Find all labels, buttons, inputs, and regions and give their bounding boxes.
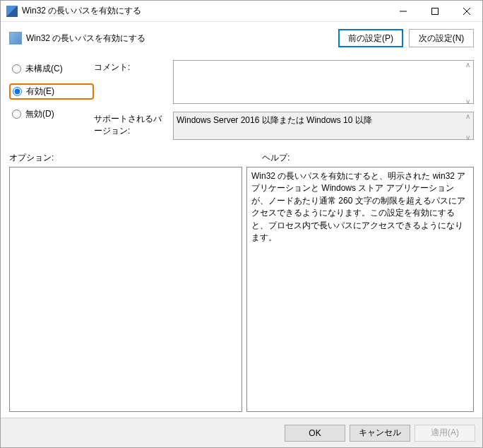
prev-setting-button[interactable]: 前の設定(P) xyxy=(338,29,403,47)
policy-icon xyxy=(9,32,22,45)
window-title: Win32 の長いパスを有効にする xyxy=(22,5,387,17)
options-panel xyxy=(9,167,242,412)
radio-disabled-label: 無効(D) xyxy=(25,108,54,120)
supported-wrap: ∧ ∨ xyxy=(173,112,474,142)
header-left: Win32 の長いパスを有効にする xyxy=(9,29,338,45)
comment-label: コメント: xyxy=(94,60,167,106)
radio-column: 未構成(C) 有効(E) 無効(D) xyxy=(9,60,94,142)
app-icon xyxy=(6,6,18,17)
close-button[interactable] xyxy=(451,1,482,21)
help-panel: Win32 の長いパスを有効にすると、明示された win32 アプリケーションと… xyxy=(246,167,474,412)
radio-disabled[interactable]: 無効(D) xyxy=(9,107,94,122)
nav-buttons: 前の設定(P) 次の設定(N) xyxy=(338,29,474,47)
dialog-window: Win32 の長いパスを有効にする Win32 の長いパスを有効にする 前の設定… xyxy=(0,0,483,448)
comment-input[interactable] xyxy=(173,60,474,104)
ok-button[interactable]: OK xyxy=(285,425,345,442)
header-row: Win32 の長いパスを有効にする 前の設定(P) 次の設定(N) xyxy=(9,29,474,47)
fields-column: コメント: ∧ ∨ サポートされるバージョン: ∧ ∨ xyxy=(94,60,474,142)
content-area: Win32 の長いパスを有効にする 前の設定(P) 次の設定(N) 未構成(C)… xyxy=(1,22,482,418)
radio-enabled[interactable]: 有効(E) xyxy=(9,83,94,100)
supported-row: サポートされるバージョン: ∧ ∨ xyxy=(94,112,474,142)
supported-input xyxy=(173,112,474,140)
radio-not-configured[interactable]: 未構成(C) xyxy=(9,61,94,76)
window-controls xyxy=(387,1,482,21)
panels-row: Win32 の長いパスを有効にすると、明示された win32 アプリケーションと… xyxy=(9,167,474,412)
mid-section: 未構成(C) 有効(E) 無効(D) コメント: ∧ ∨ xyxy=(9,60,474,142)
radio-not-configured-label: 未構成(C) xyxy=(25,63,63,75)
panel-labels: オプション: ヘルプ: xyxy=(9,152,474,164)
policy-title: Win32 の長いパスを有効にする xyxy=(26,33,145,45)
comment-row: コメント: ∧ ∨ xyxy=(94,60,474,106)
supported-label: サポートされるバージョン: xyxy=(94,112,167,142)
apply-button[interactable]: 適用(A) xyxy=(415,425,475,442)
footer: OK キャンセル 適用(A) xyxy=(1,418,482,447)
radio-not-configured-input[interactable] xyxy=(12,64,21,73)
help-label: ヘルプ: xyxy=(262,152,290,164)
cancel-button[interactable]: キャンセル xyxy=(350,425,410,442)
radio-enabled-input[interactable] xyxy=(13,87,22,96)
minimize-button[interactable] xyxy=(387,1,419,21)
maximize-button[interactable] xyxy=(419,1,451,21)
next-setting-button[interactable]: 次の設定(N) xyxy=(409,29,474,47)
radio-disabled-input[interactable] xyxy=(12,110,21,119)
svg-rect-1 xyxy=(431,8,438,14)
radio-enabled-label: 有効(E) xyxy=(26,86,54,98)
options-label: オプション: xyxy=(9,152,262,164)
titlebar: Win32 の長いパスを有効にする xyxy=(1,1,482,22)
comment-wrap: ∧ ∨ xyxy=(173,60,474,106)
